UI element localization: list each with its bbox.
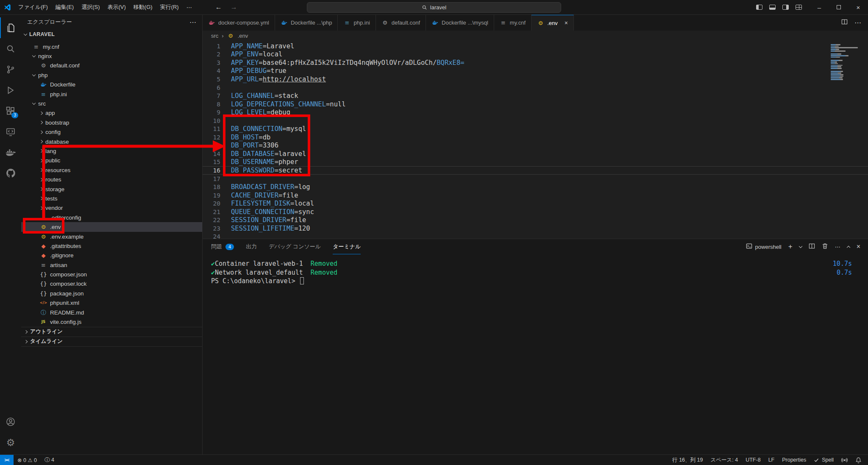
minimize-button[interactable]: – bbox=[810, 0, 829, 15]
code-line-1[interactable]: 1APP_NAME=Laravel bbox=[203, 42, 868, 50]
code-line-21[interactable]: 21QUEUE_CONNECTION=sync bbox=[203, 208, 868, 216]
editor-tab-Dockerfile ...\php[interactable]: Dockerfile ...\php bbox=[275, 15, 338, 31]
tree-file-php.ini[interactable]: ≡php.ini bbox=[21, 89, 202, 99]
code-line-2[interactable]: 2APP_ENV=local bbox=[203, 50, 868, 59]
tree-file-.gitignore[interactable]: ◆.gitignore bbox=[21, 251, 202, 260]
activity-github-icon[interactable] bbox=[0, 163, 21, 184]
sidebar-section-アウトライン[interactable]: アウトライン bbox=[21, 327, 202, 337]
toggle-panel-icon[interactable] bbox=[769, 5, 776, 10]
tree-folder-routes[interactable]: routes bbox=[21, 175, 202, 184]
code-line-19[interactable]: 19CACHE_DRIVER=file bbox=[203, 191, 868, 200]
maximize-panel-icon[interactable] bbox=[846, 245, 850, 249]
tree-file-.gitattributes[interactable]: ◆.gitattributes bbox=[21, 241, 202, 251]
menu-item[interactable]: 表示(V) bbox=[104, 2, 130, 13]
code-line-7[interactable]: 7LOG_CHANNEL=stack bbox=[203, 92, 868, 100]
tree-file-package.json[interactable]: {}package.json bbox=[21, 289, 202, 298]
activity-source-control-icon[interactable] bbox=[0, 59, 21, 80]
breadcrumb-folder[interactable]: src bbox=[211, 33, 218, 39]
menu-more-button[interactable]: ⋯ bbox=[183, 3, 196, 12]
editor-more-actions-icon[interactable]: ⋯ bbox=[854, 19, 861, 27]
panel-more-actions-icon[interactable]: ⋯ bbox=[835, 244, 840, 250]
code-line-20[interactable]: 20FILESYSTEM_DISK=local bbox=[203, 199, 868, 208]
tree-folder-nginx[interactable]: nginx bbox=[21, 51, 202, 61]
tree-folder-storage[interactable]: storage bbox=[21, 184, 202, 194]
code-line-17[interactable]: 17 bbox=[203, 175, 868, 183]
code-line-8[interactable]: 8LOG_DEPRECATIONS_CHANNEL=null bbox=[203, 100, 868, 109]
editor-tab-docker-compose.yml[interactable]: docker-compose.yml bbox=[203, 15, 275, 31]
tree-file-my.cnf[interactable]: ≡my.cnf bbox=[21, 42, 202, 51]
status-language-mode[interactable]: Properties bbox=[778, 455, 810, 465]
tree-file-.env.example[interactable]: ⚙.env.example bbox=[21, 232, 202, 241]
status-notifications[interactable] bbox=[851, 455, 865, 465]
panel-tab-デバッグ コンソール[interactable]: デバッグ コンソール bbox=[269, 239, 321, 254]
code-line-14[interactable]: 14DB_DATABASE=laravel bbox=[203, 150, 868, 158]
menu-item[interactable]: 実行(R) bbox=[156, 2, 183, 13]
activity-search-icon[interactable] bbox=[0, 38, 21, 59]
activity-docker-icon[interactable] bbox=[0, 142, 21, 163]
menu-item[interactable]: ファイル(F) bbox=[14, 2, 52, 13]
toggle-secondary-sidebar-icon[interactable] bbox=[782, 5, 789, 10]
tree-folder-bootstrap[interactable]: bootstrap bbox=[21, 118, 202, 127]
status-broadcast[interactable] bbox=[837, 455, 851, 465]
code-line-18[interactable]: 18BROADCAST_DRIVER=log bbox=[203, 183, 868, 191]
code-line-22[interactable]: 22SESSION_DRIVER=file bbox=[203, 216, 868, 224]
close-panel-icon[interactable]: × bbox=[857, 243, 860, 251]
tree-file-artisan[interactable]: ≡artisan bbox=[21, 260, 202, 270]
editor-tab-Dockerfile ...\mysql[interactable]: Dockerfile ...\mysql bbox=[426, 15, 494, 31]
status-problems-counts[interactable]: ⊗ 0 ⚠ 0 bbox=[14, 455, 41, 465]
close-tab-icon[interactable]: × bbox=[565, 19, 568, 26]
code-line-15[interactable]: 15DB_USERNAME=phper bbox=[203, 158, 868, 167]
tree-file-composer.lock[interactable]: {}composer.lock bbox=[21, 279, 202, 289]
tree-folder-public[interactable]: public bbox=[21, 156, 202, 165]
panel-tab-問題[interactable]: 問題4 bbox=[211, 239, 234, 254]
tree-file-.editorconfig[interactable]: ◦.editorconfig bbox=[21, 213, 202, 222]
tree-folder-app[interactable]: app bbox=[21, 109, 202, 118]
menu-item[interactable]: 選択(S) bbox=[78, 2, 103, 13]
tree-file-default.conf[interactable]: ⚙default.conf bbox=[21, 61, 202, 70]
activity-settings-icon[interactable]: ⚙ bbox=[0, 432, 21, 453]
breadcrumb-file[interactable]: .env bbox=[238, 33, 248, 39]
tree-file-phpunit.xml[interactable]: </>phpunit.xml bbox=[21, 298, 202, 308]
split-terminal-icon[interactable] bbox=[809, 243, 815, 251]
tree-folder-database[interactable]: database bbox=[21, 137, 202, 146]
status-remote-indicator[interactable]: >< bbox=[0, 455, 14, 465]
code-line-23[interactable]: 23SESSION_LIFETIME=120 bbox=[203, 224, 868, 233]
code-line-12[interactable]: 12DB_HOST=db bbox=[203, 133, 868, 142]
tree-folder-config[interactable]: config bbox=[21, 128, 202, 137]
tree-folder-resources[interactable]: resources bbox=[21, 165, 202, 175]
minimap[interactable] bbox=[831, 44, 861, 82]
new-terminal-button[interactable]: + bbox=[788, 242, 793, 251]
tree-file-.env[interactable]: ⚙.env bbox=[21, 222, 202, 231]
code-line-3[interactable]: 3APP_KEY=base64:pfHxZaI5k2ViIzTDq4nqWHyO… bbox=[203, 58, 868, 67]
terminal-dropdown-icon[interactable] bbox=[798, 244, 802, 248]
maximize-button[interactable] bbox=[829, 0, 849, 15]
nav-forward-button[interactable]: → bbox=[226, 3, 242, 11]
code-line-13[interactable]: 13DB_PORT=3306 bbox=[203, 142, 868, 150]
tree-folder-tests[interactable]: tests bbox=[21, 194, 202, 203]
tree-folder-src[interactable]: src bbox=[21, 99, 202, 108]
status-spell-checker[interactable]: Spell bbox=[810, 455, 837, 465]
code-line-5[interactable]: 5APP_URL=http://localhost bbox=[203, 75, 868, 84]
kill-terminal-icon[interactable] bbox=[822, 243, 828, 251]
editor-tab-php.ini[interactable]: ≡php.ini bbox=[338, 15, 376, 31]
status-eol-sequence[interactable]: LF bbox=[765, 455, 779, 465]
editor-tab-my.cnf[interactable]: ≡my.cnf bbox=[494, 15, 531, 31]
panel-tab-出力[interactable]: 出力 bbox=[246, 239, 257, 254]
activity-accounts-icon[interactable] bbox=[0, 411, 21, 432]
activity-remote-explorer-icon[interactable] bbox=[0, 121, 21, 142]
code-line-24[interactable]: 24 bbox=[203, 233, 868, 239]
editor-tab-default.conf[interactable]: ⚙default.conf bbox=[376, 15, 426, 31]
terminal-profile[interactable]: powershell bbox=[746, 243, 782, 251]
terminal-line[interactable]: PS C:\odaneko\laravel> bbox=[211, 277, 868, 286]
activity-explorer-icon[interactable] bbox=[0, 17, 21, 38]
code-line-4[interactable]: 4APP_DEBUG=true bbox=[203, 67, 868, 75]
tree-folder-vendor[interactable]: vendor bbox=[21, 203, 202, 213]
status-cursor-position[interactable]: 行 16、列 19 bbox=[668, 455, 707, 465]
tree-file-vite.config.js[interactable]: JSvite.config.js bbox=[21, 317, 202, 326]
menu-item[interactable]: 編集(E) bbox=[52, 2, 78, 13]
code-line-16[interactable]: 16DB_PASSWORD=secret bbox=[203, 166, 868, 175]
sidebar-section-タイムライン[interactable]: タイムライン bbox=[21, 337, 202, 346]
code-line-10[interactable]: 10 bbox=[203, 117, 868, 125]
status-info-count[interactable]: ⓘ 4 bbox=[41, 455, 58, 465]
code-line-11[interactable]: 11DB_CONNECTION=mysql bbox=[203, 125, 868, 133]
